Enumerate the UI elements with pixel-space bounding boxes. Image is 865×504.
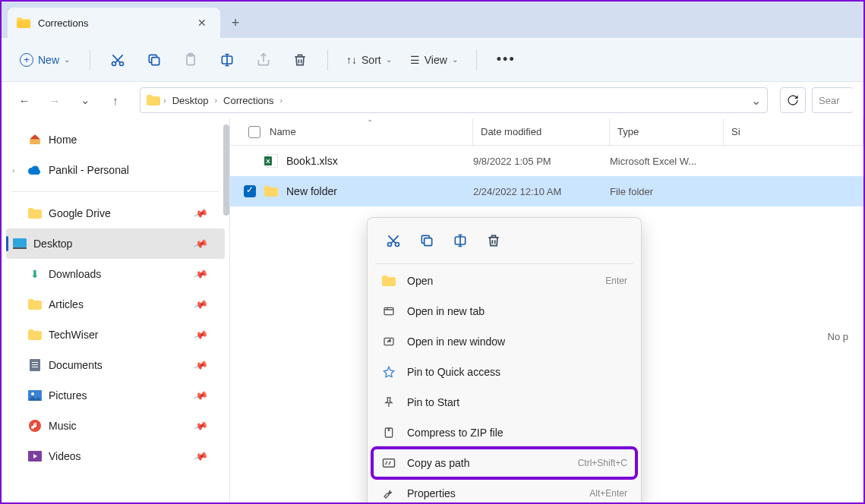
ctx-label: Copy as path [407,457,470,469]
view-label: View [425,54,447,66]
document-icon [27,358,43,372]
row-checkbox[interactable] [244,185,256,197]
file-type: File folder [610,186,724,197]
sidebar-item-pictures[interactable]: Pictures 📌 [2,380,229,411]
ctx-label: Open [407,275,433,287]
svg-text:X: X [266,158,270,165]
address-history-icon[interactable]: ⌄ [751,93,761,108]
sidebar-onedrive[interactable]: › Pankil - Personal [2,155,229,185]
folder-icon [27,206,43,220]
file-name: New folder [286,185,337,197]
zip-icon [381,426,396,439]
svg-point-20 [396,243,399,247]
sidebar-item-google-drive[interactable]: Google Drive 📌 [2,198,229,228]
pin-icon[interactable]: 📌 [193,297,209,312]
tab-corrections[interactable]: Corrections ✕ [8,8,220,38]
column-type[interactable]: Type [610,118,724,145]
file-date: 9/8/2022 1:05 PM [473,156,610,167]
ctx-pin-quick[interactable]: Pin to Quick access [372,357,636,387]
forward-button: → [43,88,67,112]
chevron-right-icon[interactable]: › [163,96,166,105]
ctx-copy-button[interactable] [412,227,442,254]
recent-button[interactable]: ⌄ [73,88,97,112]
ctx-rename-button[interactable] [445,227,475,254]
music-icon [27,419,43,433]
pin-icon[interactable]: 📌 [193,358,209,373]
download-icon: ⬇ [27,267,43,281]
pin-icon[interactable]: 📌 [193,388,209,403]
sidebar-home[interactable]: Home [2,124,229,155]
copy-button[interactable] [139,45,169,75]
svg-point-1 [120,61,124,65]
ctx-compress[interactable]: Compress to ZIP file [372,417,636,448]
sidebar-item-desktop[interactable]: Desktop 📌 [6,228,225,259]
cut-button[interactable] [103,45,133,75]
search-input[interactable]: Sear [812,87,853,113]
up-button[interactable]: ↑ [103,88,128,112]
crumb-desktop[interactable]: Desktop [169,93,212,108]
address-bar[interactable]: › Desktop › Corrections › ⌄ [140,87,768,113]
ctx-delete-button[interactable] [478,227,509,254]
sidebar-item-downloads[interactable]: ⬇ Downloads 📌 [2,259,229,289]
close-icon[interactable]: ✕ [193,15,211,30]
rename-button[interactable] [212,45,242,75]
crumb-corrections[interactable]: Corrections [220,93,276,108]
ctx-cut-button[interactable] [378,227,409,254]
file-row-book1[interactable]: X Book1.xlsx 9/8/2022 1:05 PM Microsoft … [230,146,863,176]
chevron-right-icon[interactable]: › [214,96,217,105]
svg-rect-9 [32,362,38,363]
chevron-right-icon[interactable]: › [12,165,21,175]
sidebar-label: Articles [49,298,84,310]
sidebar: Home › Pankil - Personal Google Drive 📌 … [2,118,229,502]
toolbar: + New ⌄ ↑↓ Sort ⌄ ☰ View ⌄ ••• [2,38,863,82]
pin-icon[interactable]: 📌 [193,327,209,342]
svg-point-19 [388,243,392,247]
ctx-open[interactable]: Open Enter [372,266,636,296]
sidebar-item-music[interactable]: Music 📌 [2,411,229,441]
delete-button[interactable] [285,45,315,75]
ctx-label: Properties [407,487,456,499]
pin-icon[interactable]: 📌 [193,236,209,251]
ctx-open-tab[interactable]: Open in new tab [372,296,636,326]
ctx-pin-start[interactable]: Pin to Start [372,387,636,417]
back-button[interactable]: ← [12,88,36,112]
ctx-label: Open in new window [407,335,505,348]
view-button[interactable]: ☰ View ⌄ [404,49,464,71]
excel-icon: X [264,154,279,168]
sort-button[interactable]: ↑↓ Sort ⌄ [340,49,398,71]
column-name[interactable]: Name [241,118,473,145]
svg-rect-11 [32,367,38,367]
more-button[interactable]: ••• [489,47,523,72]
sidebar-item-articles[interactable]: Articles 📌 [2,289,229,320]
folder-icon [147,95,160,106]
select-all-checkbox[interactable] [248,126,260,138]
sidebar-label: Documents [49,359,103,371]
refresh-button[interactable] [780,87,806,113]
new-button[interactable]: + New ⌄ [12,49,77,71]
sidebar-item-videos[interactable]: Videos 📌 [2,441,229,471]
column-date[interactable]: Date modified [473,118,610,145]
pin-icon[interactable]: 📌 [193,418,209,433]
svg-rect-6 [13,238,27,247]
sidebar-item-techwiser[interactable]: TechWiser 📌 [2,320,229,350]
sidebar-label: Pictures [49,389,87,402]
ctx-copy-path[interactable]: Copy as path Ctrl+Shift+C [372,448,636,478]
new-tab-button[interactable]: + [220,8,251,38]
sidebar-item-documents[interactable]: Documents 📌 [2,350,229,380]
ctx-label: Compress to ZIP file [407,427,504,439]
pin-icon[interactable]: 📌 [193,266,209,282]
ctx-open-window[interactable]: Open in new window [372,326,636,357]
ctx-properties[interactable]: Properties Alt+Enter [372,478,636,504]
pin-icon[interactable]: 📌 [193,206,209,221]
titlebar: Corrections ✕ + [2,2,863,38]
chevron-right-icon[interactable]: › [280,96,283,105]
folder-icon [17,17,30,28]
ctx-label: Open in new tab [407,305,485,317]
svg-rect-10 [32,364,38,365]
path-icon [381,458,396,468]
file-row-new-folder[interactable]: New folder 2/24/2022 12:10 AM File folde… [230,176,863,206]
pin-icon[interactable]: 📌 [193,449,209,464]
column-size[interactable]: Si [724,118,863,145]
svg-rect-2 [152,57,159,65]
file-name: Book1.xlsx [286,155,338,167]
